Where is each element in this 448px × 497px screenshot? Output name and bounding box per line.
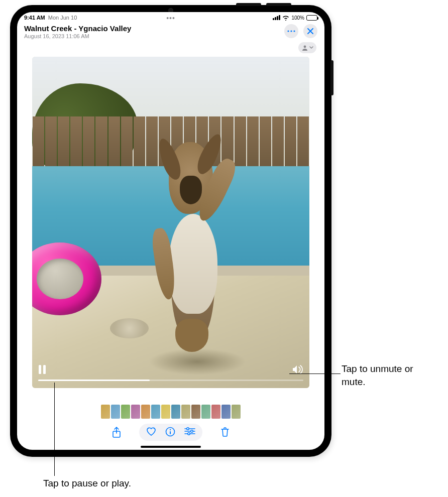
more-button[interactable] [284, 24, 298, 38]
close-icon [307, 28, 313, 34]
ipad-device-frame: ••• 9:41 AM Mon Jun 10 100% Walnut Cree [10, 5, 331, 457]
filmstrip-thumb[interactable] [171, 405, 180, 419]
svg-point-2 [293, 30, 295, 32]
filmstrip-thumb[interactable] [191, 405, 200, 419]
callout-leader [54, 383, 55, 476]
filmstrip-thumb[interactable] [101, 405, 110, 419]
share-button[interactable] [109, 424, 124, 441]
battery-icon [306, 15, 317, 21]
volume-icon [292, 365, 303, 374]
filmstrip-thumb[interactable] [211, 405, 220, 419]
more-icon [287, 30, 295, 32]
share-icon [112, 427, 121, 438]
pause-button[interactable] [38, 365, 46, 374]
trash-icon [220, 427, 230, 437]
volume-button[interactable] [292, 365, 303, 374]
video-scrubber[interactable] [38, 380, 303, 381]
callout-mute: Tap to unmute or mute. [342, 362, 437, 388]
chevron-down-icon [309, 46, 313, 50]
screen: ••• 9:41 AM Mon Jun 10 100% Walnut Cree [17, 12, 324, 450]
close-button[interactable] [303, 24, 317, 38]
delete-button[interactable] [217, 424, 233, 441]
svg-rect-9 [170, 431, 171, 434]
page-title: Walnut Creek - Ygnacio Valley [24, 24, 131, 33]
photo-header: Walnut Creek - Ygnacio Valley August 16,… [17, 23, 324, 42]
heart-icon [146, 427, 156, 436]
svg-point-14 [191, 430, 193, 432]
filmstrip-thumb[interactable] [232, 405, 241, 419]
adjust-button[interactable] [184, 427, 195, 438]
cellular-signal-icon [273, 15, 280, 20]
volume-down-hardware [266, 3, 291, 6]
svg-point-15 [188, 433, 190, 435]
status-date: Mon Jun 10 [48, 15, 77, 21]
multitask-dots-icon[interactable]: ••• [166, 14, 175, 22]
dog-subject [138, 123, 249, 361]
home-indicator[interactable] [141, 446, 201, 448]
bottom-toolbar [17, 421, 324, 443]
filmstrip-thumb[interactable] [221, 405, 231, 419]
wifi-icon [282, 15, 289, 21]
page-subtitle: August 16, 2023 11:06 AM [24, 33, 131, 39]
media-viewport[interactable] [17, 42, 324, 401]
people-chip[interactable] [298, 42, 316, 53]
filmstrip-thumb[interactable] [111, 405, 120, 419]
filmstrip[interactable] [17, 401, 324, 421]
volume-up-hardware [236, 3, 261, 6]
callout-play: Tap to pause or play. [43, 477, 131, 490]
people-icon [301, 45, 308, 51]
svg-point-13 [187, 428, 189, 430]
filmstrip-thumb[interactable] [121, 405, 130, 419]
filmstrip-thumb[interactable] [201, 405, 210, 419]
pause-icon [38, 365, 46, 374]
svg-rect-5 [43, 365, 46, 374]
adjust-icon [184, 427, 195, 436]
filmstrip-thumb[interactable] [151, 405, 160, 419]
power-button [330, 60, 333, 95]
battery-percent: 100% [291, 15, 304, 21]
photo-content [32, 57, 309, 388]
svg-point-1 [290, 30, 292, 32]
info-icon [165, 427, 175, 437]
scrubber-progress [38, 380, 150, 381]
filmstrip-thumb[interactable] [141, 405, 150, 419]
callout-leader [289, 374, 341, 374]
filmstrip-thumb[interactable] [161, 405, 170, 419]
svg-point-3 [304, 46, 306, 48]
svg-point-8 [170, 429, 171, 430]
filmstrip-thumb[interactable] [131, 405, 140, 419]
svg-rect-4 [39, 365, 41, 374]
info-button[interactable] [165, 427, 175, 438]
status-time: 9:41 AM [24, 15, 45, 21]
svg-point-0 [287, 30, 289, 32]
filmstrip-thumb[interactable] [181, 405, 190, 419]
favorite-button[interactable] [146, 427, 156, 438]
